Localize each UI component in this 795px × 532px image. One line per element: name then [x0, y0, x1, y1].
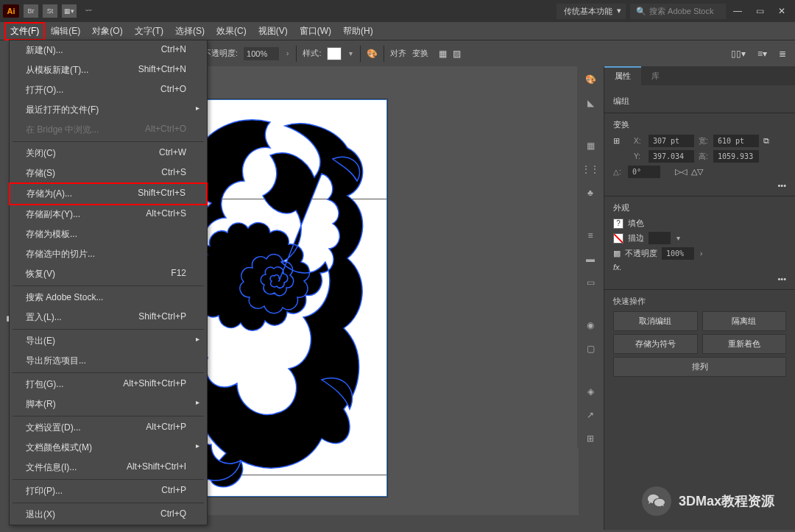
- file-menu-item[interactable]: 存储副本(Y)...Alt+Ctrl+S: [10, 205, 207, 224]
- gradient-panel-icon[interactable]: ▬: [582, 250, 599, 268]
- file-menu-item[interactable]: 文档设置(D)...Alt+Ctrl+P: [10, 418, 207, 438]
- file-menu-item[interactable]: 存储为(A)...Shift+Ctrl+S: [9, 182, 208, 205]
- angle-field[interactable]: 0°: [628, 166, 660, 178]
- file-menu-item[interactable]: 置入(L)...Shift+Ctrl+P: [10, 308, 207, 327]
- file-menu-item[interactable]: 脚本(R): [10, 394, 207, 414]
- align-label[interactable]: 对齐: [390, 48, 406, 59]
- menu-object[interactable]: 对象(O): [86, 22, 128, 40]
- stroke-panel-icon[interactable]: ⋮⋮: [582, 160, 599, 178]
- w-field[interactable]: 610 pt: [713, 135, 759, 147]
- more-options-2[interactable]: •••: [613, 274, 786, 283]
- opacity-label: 不透明度:: [203, 48, 238, 59]
- crop-icon[interactable]: ▨: [453, 49, 461, 59]
- right-panels: 属性 库 编组 变换 ⊞ X: 307 pt 宽: 610 pt ⧉ Y: 39…: [604, 66, 795, 530]
- stock-icon[interactable]: St: [43, 4, 57, 18]
- recolor-icon[interactable]: 🎨: [367, 49, 378, 59]
- minimize-button[interactable]: ―: [727, 4, 748, 18]
- tab-libraries[interactable]: 库: [641, 66, 670, 85]
- btn-isolate[interactable]: 隔离组: [702, 311, 787, 331]
- file-menu-item[interactable]: 最近打开的文件(F): [10, 100, 207, 120]
- file-menu-item[interactable]: 打开(O)...Ctrl+O: [10, 80, 207, 100]
- transform-label[interactable]: 变换: [412, 48, 428, 59]
- transparency-panel-icon[interactable]: ≡: [582, 227, 599, 244]
- swatches-panel-icon[interactable]: ◣: [582, 94, 599, 112]
- btn-arrange[interactable]: 排列: [613, 357, 786, 377]
- menu-file[interactable]: 文件(F): [4, 22, 45, 40]
- file-menu-item[interactable]: 导出(E): [10, 331, 207, 351]
- menu-effect[interactable]: 效果(C): [211, 22, 252, 40]
- brushes-panel-icon[interactable]: ▦: [582, 137, 599, 155]
- file-menu-item[interactable]: 存储为模板...: [10, 224, 207, 244]
- file-menu-item[interactable]: 存储(S)Ctrl+S: [10, 163, 207, 183]
- x-field[interactable]: 307 pt: [649, 135, 694, 147]
- title-bar: Ai Br St ▦▾ 〰 传统基本功能 🔍 搜索 Adobe Stock ― …: [0, 0, 795, 22]
- align-icon[interactable]: ≡▾: [757, 49, 767, 59]
- y-field[interactable]: 397.034: [649, 150, 694, 163]
- flip-v-icon[interactable]: △▽: [691, 167, 703, 177]
- fill-swatch-q[interactable]: ?: [613, 219, 623, 229]
- file-menu-item[interactable]: 打印(P)...Ctrl+P: [10, 481, 207, 501]
- fx-label[interactable]: fx.: [613, 263, 622, 272]
- file-menu-item[interactable]: 退出(X)Ctrl+Q: [10, 505, 207, 525]
- h-field[interactable]: 1059.933: [713, 150, 759, 163]
- file-menu-item[interactable]: 文件信息(I)...Alt+Shift+Ctrl+I: [10, 458, 207, 478]
- menu-window[interactable]: 窗口(W): [294, 22, 337, 40]
- symbols-panel-icon[interactable]: ♣: [582, 184, 599, 202]
- search-placeholder: 搜索 Adobe Stock: [649, 6, 713, 17]
- flip-h-icon[interactable]: ▷◁: [675, 167, 687, 177]
- section-transform: 变换: [613, 119, 786, 130]
- panel-tabs: 属性 库: [604, 66, 795, 85]
- file-menu-dropdown: 新建(N)...Ctrl+N从模板新建(T)...Shift+Ctrl+N打开(…: [9, 40, 208, 525]
- file-menu-item[interactable]: 打包(G)...Alt+Shift+Ctrl+P: [10, 375, 207, 394]
- file-menu-item[interactable]: 存储选中的切片...: [10, 244, 207, 264]
- workspace-switcher[interactable]: 传统基本功能: [556, 4, 626, 19]
- file-menu-item[interactable]: 关闭(C)Ctrl+W: [10, 143, 207, 163]
- opacity-field-panel[interactable]: 100%: [662, 247, 694, 260]
- search-box[interactable]: 🔍 搜索 Adobe Stock: [630, 4, 726, 19]
- link-icon[interactable]: ⧉: [763, 136, 769, 146]
- layers-panel-icon[interactable]: ◈: [582, 383, 599, 400]
- tab-properties[interactable]: 属性: [604, 66, 641, 85]
- asset-export-icon[interactable]: ↗: [582, 406, 599, 424]
- arrange-docs-icon[interactable]: ▯▯▾: [731, 49, 746, 59]
- menu-select[interactable]: 选择(S): [169, 22, 211, 40]
- arrange-icon[interactable]: ▦▾: [62, 4, 77, 18]
- file-menu-item[interactable]: 搜索 Adobe Stock...: [10, 288, 207, 308]
- file-menu-item[interactable]: 在 Bridge 中浏览...Alt+Ctrl+O: [10, 120, 207, 140]
- stroke-swatch-q[interactable]: [613, 233, 623, 244]
- menu-edit[interactable]: 编辑(E): [45, 22, 86, 40]
- file-menu-item[interactable]: 文档颜色模式(M): [10, 438, 207, 458]
- isolate-icon[interactable]: ▦: [439, 49, 447, 59]
- menu-type[interactable]: 文字(T): [129, 22, 169, 40]
- stroke-weight-field[interactable]: [649, 232, 671, 244]
- style-label: 样式:: [303, 48, 321, 59]
- file-menu-item[interactable]: 新建(N)...Ctrl+N: [10, 40, 207, 60]
- appearance-panel-icon[interactable]: ◉: [582, 316, 599, 334]
- artboards-panel-icon[interactable]: ⊞: [582, 430, 599, 447]
- watermark-text: 3DMax教程资源: [679, 492, 774, 510]
- align-panel-icon[interactable]: ▭: [582, 274, 599, 291]
- btn-ungroup[interactable]: 取消编组: [613, 311, 698, 331]
- style-swatch[interactable]: [327, 47, 342, 60]
- opacity-more[interactable]: ›: [285, 49, 290, 57]
- panel-dock: 🎨 ◣ ▦ ⋮⋮ ♣ ≡ ▬ ▭ ◉ ▢ ◈ ↗ ⊞: [577, 66, 604, 447]
- search-icon: 🔍: [636, 7, 646, 16]
- opacity-field[interactable]: 100%: [244, 47, 279, 60]
- section-appearance: 外观: [613, 202, 786, 213]
- color-panel-icon[interactable]: 🎨: [582, 71, 599, 88]
- menu-help[interactable]: 帮助(H): [337, 22, 379, 40]
- more-options[interactable]: •••: [613, 181, 786, 190]
- graphic-styles-icon[interactable]: ▢: [582, 340, 599, 358]
- maximize-button[interactable]: ▭: [749, 4, 770, 18]
- ref-point-icon[interactable]: ⊞: [613, 136, 629, 146]
- file-menu-item[interactable]: 导出所选项目...: [10, 351, 207, 371]
- close-button[interactable]: ✕: [771, 4, 792, 18]
- menu-view[interactable]: 视图(V): [252, 22, 294, 40]
- more-icon[interactable]: ≣: [779, 49, 786, 59]
- btn-save-symbol[interactable]: 存储为符号: [613, 334, 698, 354]
- bridge-icon[interactable]: Br: [24, 4, 38, 18]
- gpu-icon[interactable]: 〰: [81, 4, 96, 18]
- file-menu-item[interactable]: 从模板新建(T)...Shift+Ctrl+N: [10, 60, 207, 80]
- btn-recolor[interactable]: 重新着色: [702, 334, 787, 354]
- file-menu-item[interactable]: 恢复(V)F12: [10, 264, 207, 284]
